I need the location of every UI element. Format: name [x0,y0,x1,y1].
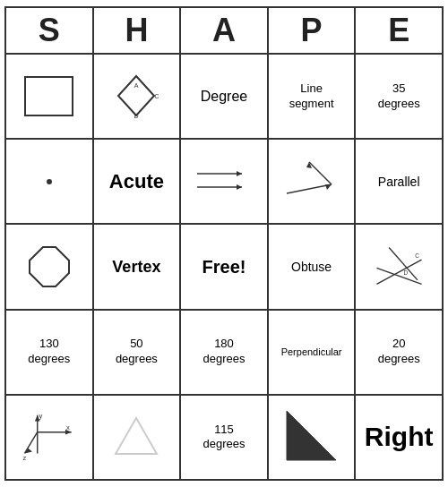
square-shape [24,76,73,116]
right-triangle-shape [282,406,340,467]
svg-marker-9 [325,184,332,190]
cell-r3c4: Obtuse [269,225,357,308]
degree-label: Degree [201,89,247,105]
svg-marker-7 [237,184,242,190]
cell-r1c2: A C D [94,55,182,138]
cell-r4c1: 130degrees [6,311,94,394]
cell-r1c3: Degree [181,55,269,138]
bingo-row: Vertex Free! Obtuse D C [6,225,442,310]
130-degrees-label: 130degrees [28,337,70,367]
svg-text:A: A [134,82,139,89]
svg-text:C: C [154,93,159,99]
obtuse-label: Obtuse [291,260,332,274]
180-degrees-label: 180degrees [202,337,245,367]
bingo-grid: A C D Degree Linesegment 35degrees Acute [6,55,442,479]
cell-r5c4 [269,396,357,479]
triangle-shape [112,414,161,461]
50-degrees-label: 50degrees [116,337,158,367]
svg-marker-28 [287,411,336,460]
svg-text:D: D [134,113,138,119]
cell-r1c5: 35degrees [356,55,442,138]
cell-r3c1 [6,225,94,308]
svg-marker-5 [237,171,242,176]
cell-r4c3: 180degrees [181,311,269,394]
right-label: Right [365,422,434,452]
parallel-label: Parallel [378,175,420,189]
angle-lines-shape: D C [370,244,428,291]
cell-r2c3 [181,140,269,223]
line-segment-label: Linesegment [289,81,334,112]
svg-line-22 [24,432,37,454]
cell-r2c2: Acute [94,140,182,223]
svg-text:z: z [22,454,26,460]
header-e: E [356,8,442,53]
octagon-shape [27,244,72,289]
coordinate-axes-shape: y x z [19,411,80,463]
perpendicular-label: Perpendicular [281,346,342,358]
svg-text:x: x [66,423,70,431]
bingo-row: y x z 115degrees [6,396,442,479]
free-label: Free! [202,257,246,278]
dot-shape [47,179,52,184]
cell-r5c3: 115degrees [181,396,269,479]
cell-r5c1: y x z [6,396,94,479]
svg-marker-27 [116,418,157,454]
svg-line-10 [309,162,332,184]
20-degrees-label: 20degrees [378,337,420,367]
35-degrees-label: 35degrees [378,81,420,112]
cell-r4c4: Perpendicular [269,311,357,394]
cell-r5c5: Right [356,396,442,479]
arrows-shape [193,165,255,199]
vertex-label: Vertex [112,258,160,277]
svg-text:D: D [403,269,408,275]
cell-r3c3: Free! [181,225,269,308]
cell-r4c5: 20degrees [356,311,442,394]
header-a: A [181,8,269,53]
svg-line-13 [376,260,421,284]
obtuse-angle-shape [282,158,340,205]
bingo-row: Acute [6,140,442,225]
cell-r3c5: D C [356,225,442,308]
115-degrees-label: 115degrees [202,423,245,453]
cell-r4c2: 50degrees [94,311,182,394]
bingo-card: S H A P E A C D Degree Linesegment [4,6,444,481]
cell-r2c4 [269,140,357,223]
diamond-shape: A C D [112,72,161,121]
svg-marker-12 [30,247,69,286]
svg-text:y: y [39,412,42,420]
cell-r1c4: Linesegment [269,55,357,138]
header-p: P [269,8,357,53]
cell-r2c1 [6,140,94,223]
acute-label: Acute [109,170,164,193]
bingo-header: S H A P E [6,8,442,55]
cell-r2c5: Parallel [356,140,442,223]
svg-text:C: C [415,252,419,259]
bingo-row: 130degrees 50degrees 180degrees Perpendi… [6,311,442,396]
svg-line-14 [376,268,421,284]
svg-line-8 [287,184,332,193]
header-h: H [94,8,182,53]
bingo-row: A C D Degree Linesegment 35degrees [6,55,442,140]
cell-r1c1 [6,55,94,138]
header-s: S [6,8,94,53]
cell-r3c2: Vertex [94,225,182,308]
cell-r5c2 [94,396,182,479]
